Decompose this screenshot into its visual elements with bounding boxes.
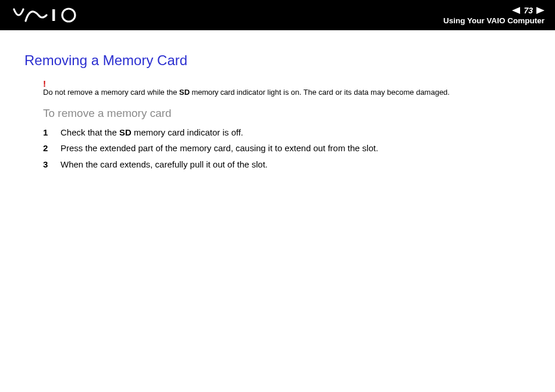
page-title: Removing a Memory Card xyxy=(24,52,531,69)
step-item: 2 Press the extended part of the memory … xyxy=(43,141,531,155)
step-item: 1 Check that the SD memory card indicato… xyxy=(43,126,531,139)
warning-text: Do not remove a memory card while the SD… xyxy=(43,88,450,97)
svg-rect-0 xyxy=(52,9,55,21)
step-text: When the card extends, carefully pull it… xyxy=(61,158,268,171)
step-number: 3 xyxy=(43,158,50,171)
header-right: 73 Using Your VAIO Computer xyxy=(443,6,545,25)
page-content: Removing a Memory Card ! Do not remove a… xyxy=(0,30,555,171)
svg-marker-3 xyxy=(536,7,545,14)
step-text: Check that the SD memory card indicator … xyxy=(61,126,243,139)
step-text: Press the extended part of the memory ca… xyxy=(61,141,378,155)
prev-page-arrow-icon[interactable] xyxy=(512,7,520,14)
next-page-arrow-icon[interactable] xyxy=(536,7,545,14)
steps-list: 1 Check that the SD memory card indicato… xyxy=(24,126,531,171)
warning-text-cond: memory card xyxy=(190,88,234,97)
page-navigator: 73 xyxy=(512,6,545,15)
svg-marker-2 xyxy=(512,7,520,14)
step-number: 2 xyxy=(43,141,50,155)
vaio-logo xyxy=(13,7,83,23)
warning-text-post: indicator light is on. The card or its d… xyxy=(234,88,450,97)
step-text-bold: SD xyxy=(119,127,131,137)
warning-icon: ! xyxy=(43,79,531,88)
page-number: 73 xyxy=(522,6,534,15)
header-bar: 73 Using Your VAIO Computer xyxy=(0,0,555,30)
svg-point-1 xyxy=(62,9,75,22)
step-item: 3 When the card extends, carefully pull … xyxy=(43,158,531,171)
step-text-post: memory card indicator is off. xyxy=(131,127,243,137)
warning-text-bold: SD xyxy=(179,88,190,97)
warning-block: ! Do not remove a memory card while the … xyxy=(24,79,531,98)
section-label: Using Your VAIO Computer xyxy=(443,16,545,25)
step-number: 1 xyxy=(43,126,50,139)
sub-title: To remove a memory card xyxy=(24,107,531,120)
warning-text-pre: Do not remove a memory card while the xyxy=(43,88,179,97)
step-text-pre: Check that the xyxy=(61,127,119,137)
